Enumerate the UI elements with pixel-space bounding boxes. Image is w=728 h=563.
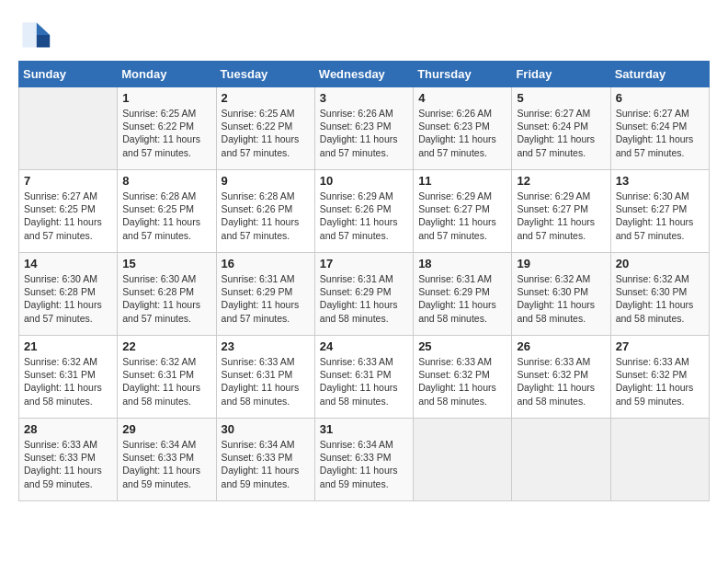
week-row-4: 21Sunrise: 6:32 AMSunset: 6:31 PMDayligh… <box>19 336 710 419</box>
calendar-cell <box>19 87 118 170</box>
calendar-cell: 27Sunrise: 6:33 AMSunset: 6:32 PMDayligh… <box>610 336 709 419</box>
calendar-cell: 19Sunrise: 6:32 AMSunset: 6:30 PMDayligh… <box>512 253 610 336</box>
day-number: 21 <box>24 339 112 353</box>
calendar-cell: 8Sunrise: 6:28 AMSunset: 6:25 PMDaylight… <box>118 170 216 253</box>
day-number: 3 <box>320 91 408 105</box>
day-number: 23 <box>222 339 310 353</box>
calendar-cell: 25Sunrise: 6:33 AMSunset: 6:32 PMDayligh… <box>414 336 512 419</box>
calendar-cell: 2Sunrise: 6:25 AMSunset: 6:22 PMDaylight… <box>216 87 314 170</box>
weekday-header-wednesday: Wednesday <box>314 62 413 87</box>
calendar-cell <box>414 419 512 501</box>
day-info: Sunrise: 6:34 AMSunset: 6:33 PMDaylight:… <box>320 438 408 490</box>
calendar-cell: 15Sunrise: 6:30 AMSunset: 6:28 PMDayligh… <box>118 253 216 336</box>
day-info: Sunrise: 6:25 AMSunset: 6:22 PMDaylight:… <box>122 107 210 159</box>
day-number: 19 <box>517 257 605 270</box>
calendar-cell: 9Sunrise: 6:28 AMSunset: 6:26 PMDaylight… <box>216 170 314 253</box>
day-number: 30 <box>222 422 310 436</box>
day-info: Sunrise: 6:26 AMSunset: 6:23 PMDaylight:… <box>418 107 506 159</box>
day-number: 14 <box>24 257 112 270</box>
calendar-cell: 4Sunrise: 6:26 AMSunset: 6:23 PMDaylight… <box>414 87 512 170</box>
calendar-cell: 23Sunrise: 6:33 AMSunset: 6:31 PMDayligh… <box>216 336 314 419</box>
calendar-cell: 7Sunrise: 6:27 AMSunset: 6:25 PMDaylight… <box>19 170 118 253</box>
weekday-header-monday: Monday <box>118 62 216 87</box>
day-info: Sunrise: 6:28 AMSunset: 6:26 PMDaylight:… <box>222 190 310 242</box>
day-number: 15 <box>122 257 210 270</box>
calendar-cell: 20Sunrise: 6:32 AMSunset: 6:30 PMDayligh… <box>610 253 709 336</box>
day-number: 20 <box>616 257 704 270</box>
week-row-5: 28Sunrise: 6:33 AMSunset: 6:33 PMDayligh… <box>19 419 710 501</box>
calendar-cell: 10Sunrise: 6:29 AMSunset: 6:26 PMDayligh… <box>314 170 413 253</box>
day-info: Sunrise: 6:29 AMSunset: 6:26 PMDaylight:… <box>320 190 408 242</box>
day-info: Sunrise: 6:30 AMSunset: 6:28 PMDaylight:… <box>122 272 210 325</box>
day-info: Sunrise: 6:29 AMSunset: 6:27 PMDaylight:… <box>517 190 605 242</box>
calendar-table: SundayMondayTuesdayWednesdayThursdayFrid… <box>18 61 710 501</box>
svg-marker-2 <box>23 23 37 48</box>
day-number: 2 <box>222 91 310 105</box>
day-info: Sunrise: 6:33 AMSunset: 6:32 PMDaylight:… <box>616 355 704 408</box>
calendar-cell: 30Sunrise: 6:34 AMSunset: 6:33 PMDayligh… <box>216 419 314 501</box>
weekday-header-saturday: Saturday <box>610 62 709 87</box>
day-number: 27 <box>616 339 704 353</box>
day-info: Sunrise: 6:32 AMSunset: 6:30 PMDaylight:… <box>517 272 605 325</box>
day-number: 16 <box>222 257 310 270</box>
week-row-3: 14Sunrise: 6:30 AMSunset: 6:28 PMDayligh… <box>19 253 710 336</box>
day-number: 29 <box>122 422 210 436</box>
calendar-cell: 22Sunrise: 6:32 AMSunset: 6:31 PMDayligh… <box>118 336 216 419</box>
day-number: 10 <box>320 174 408 188</box>
day-info: Sunrise: 6:26 AMSunset: 6:23 PMDaylight:… <box>320 107 408 159</box>
day-number: 7 <box>24 174 112 188</box>
day-info: Sunrise: 6:32 AMSunset: 6:31 PMDaylight:… <box>122 355 210 408</box>
day-number: 4 <box>418 91 506 105</box>
day-info: Sunrise: 6:31 AMSunset: 6:29 PMDaylight:… <box>418 272 506 325</box>
day-number: 5 <box>517 91 605 105</box>
day-info: Sunrise: 6:31 AMSunset: 6:29 PMDaylight:… <box>320 272 408 325</box>
day-number: 26 <box>517 339 605 353</box>
calendar-cell: 29Sunrise: 6:34 AMSunset: 6:33 PMDayligh… <box>118 419 216 501</box>
calendar-cell: 5Sunrise: 6:27 AMSunset: 6:24 PMDaylight… <box>512 87 610 170</box>
day-number: 17 <box>320 257 408 270</box>
day-info: Sunrise: 6:32 AMSunset: 6:31 PMDaylight:… <box>24 355 112 408</box>
day-info: Sunrise: 6:30 AMSunset: 6:28 PMDaylight:… <box>24 272 112 325</box>
day-number: 18 <box>418 257 506 270</box>
calendar-cell: 6Sunrise: 6:27 AMSunset: 6:24 PMDaylight… <box>610 87 709 170</box>
day-info: Sunrise: 6:33 AMSunset: 6:32 PMDaylight:… <box>418 355 506 408</box>
day-info: Sunrise: 6:33 AMSunset: 6:31 PMDaylight:… <box>222 355 310 408</box>
calendar-cell: 3Sunrise: 6:26 AMSunset: 6:23 PMDaylight… <box>314 87 413 170</box>
day-info: Sunrise: 6:34 AMSunset: 6:33 PMDaylight:… <box>122 438 210 490</box>
logo <box>18 18 55 52</box>
day-number: 31 <box>320 422 408 436</box>
day-number: 1 <box>122 91 210 105</box>
day-number: 9 <box>222 174 310 188</box>
day-number: 25 <box>418 339 506 353</box>
day-info: Sunrise: 6:25 AMSunset: 6:22 PMDaylight:… <box>222 107 310 159</box>
svg-marker-0 <box>37 23 50 36</box>
day-info: Sunrise: 6:27 AMSunset: 6:24 PMDaylight:… <box>616 107 704 159</box>
calendar-cell: 31Sunrise: 6:34 AMSunset: 6:33 PMDayligh… <box>314 419 413 501</box>
calendar-cell: 24Sunrise: 6:33 AMSunset: 6:31 PMDayligh… <box>314 336 413 419</box>
calendar-cell: 21Sunrise: 6:32 AMSunset: 6:31 PMDayligh… <box>19 336 118 419</box>
calendar-cell <box>610 419 709 501</box>
weekday-header-tuesday: Tuesday <box>216 62 314 87</box>
day-info: Sunrise: 6:27 AMSunset: 6:25 PMDaylight:… <box>24 190 112 242</box>
week-row-1: 1Sunrise: 6:25 AMSunset: 6:22 PMDaylight… <box>19 87 710 170</box>
svg-marker-1 <box>37 35 50 48</box>
calendar-cell: 17Sunrise: 6:31 AMSunset: 6:29 PMDayligh… <box>314 253 413 336</box>
calendar-cell: 12Sunrise: 6:29 AMSunset: 6:27 PMDayligh… <box>512 170 610 253</box>
calendar-cell: 28Sunrise: 6:33 AMSunset: 6:33 PMDayligh… <box>19 419 118 501</box>
day-number: 6 <box>616 91 704 105</box>
calendar-cell <box>512 419 610 501</box>
calendar-cell: 11Sunrise: 6:29 AMSunset: 6:27 PMDayligh… <box>414 170 512 253</box>
day-number: 28 <box>24 422 112 436</box>
day-info: Sunrise: 6:30 AMSunset: 6:27 PMDaylight:… <box>616 190 704 242</box>
weekday-header-friday: Friday <box>512 62 610 87</box>
week-row-2: 7Sunrise: 6:27 AMSunset: 6:25 PMDaylight… <box>19 170 710 253</box>
day-info: Sunrise: 6:34 AMSunset: 6:33 PMDaylight:… <box>222 438 310 490</box>
day-info: Sunrise: 6:31 AMSunset: 6:29 PMDaylight:… <box>222 272 310 325</box>
calendar-cell: 26Sunrise: 6:33 AMSunset: 6:32 PMDayligh… <box>512 336 610 419</box>
day-number: 11 <box>418 174 506 188</box>
day-info: Sunrise: 6:29 AMSunset: 6:27 PMDaylight:… <box>418 190 506 242</box>
logo-icon <box>18 18 51 52</box>
weekday-header-row: SundayMondayTuesdayWednesdayThursdayFrid… <box>19 62 710 87</box>
day-number: 12 <box>517 174 605 188</box>
page-header <box>18 18 710 52</box>
